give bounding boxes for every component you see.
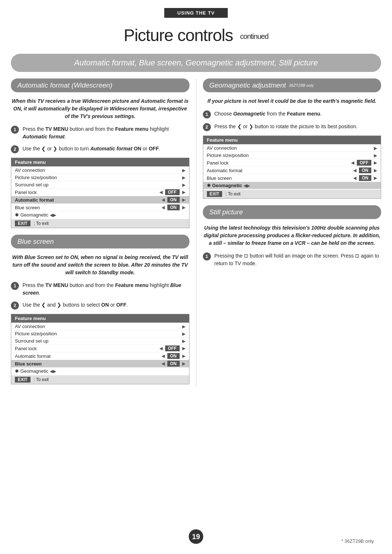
step-1-still-text: Pressing the ⊡ button will hold an image… <box>215 252 381 267</box>
section-header-blue-screen: Blue screen <box>11 235 189 248</box>
step-2-blue-text: Use the ❮ and ❯ buttons to select ON or … <box>23 301 128 309</box>
menu-row-surround-b: Surround set up ▶ <box>11 337 189 344</box>
section-header-geomagnetic: Geomagnetic adjustment 36ZT29B only <box>203 78 381 92</box>
step-2-auto: 2 Use the ❮ or ❯ button to turn Automati… <box>11 145 189 153</box>
menu-row-surround: Surround set up ▶ <box>11 181 189 188</box>
section-header-automatic-format: Automatic format (Widescreen) <box>11 78 189 92</box>
menu-row-geomagnetic: ✱ Geomagnetic ◀▶ <box>11 211 189 218</box>
feature-menu-auto-header: Feature menu <box>11 158 189 166</box>
menu-row-picture-b: Picture size/position ▶ <box>11 330 189 337</box>
step-num-1-blue: 1 <box>11 282 19 290</box>
feature-menu-geo: Feature menu AV connection ▶ Picture siz… <box>203 136 381 199</box>
step-num-2-geo: 2 <box>203 123 211 131</box>
menu-row-blue-screen-b: Blue screen ◀ ON ▶ <box>11 360 189 367</box>
step-num-2: 2 <box>11 145 19 153</box>
right-column: Geomagnetic adjustment 36ZT29B only If y… <box>196 78 381 387</box>
page-number: 19 <box>189 529 203 544</box>
menu-row-geomagnetic-b: ✱ Geomagnetic ◀▶ <box>11 367 189 375</box>
step-1-still: 1 Pressing the ⊡ button will hold an ima… <box>203 252 381 267</box>
section-blue-screen: Blue screen With Blue Screen set to ON, … <box>11 235 189 384</box>
main-banner: Automatic format, Blue screen, Geomagnet… <box>11 54 381 72</box>
section-still-picture: Still picture Using the latest technolog… <box>203 205 381 267</box>
step-num-1-geo: 1 <box>203 110 211 118</box>
menu-row-blue-screen-g: Blue screen ◀ ON ▶ <box>203 174 381 182</box>
menu-row-av: AV connection ▶ <box>11 166 189 174</box>
feature-menu-geo-header: Feature menu <box>203 136 381 144</box>
step-2-geo-text: Press the ❮ or ❯ button to rotate the pi… <box>215 123 358 130</box>
step-1-geo-text: Choose Geomagnetic from the Feature menu… <box>215 110 322 118</box>
step-2-auto-text: Use the ❮ or ❯ button to turn Automatic … <box>23 145 160 153</box>
step-1-auto: 1 Press the TV MENU button and from the … <box>11 125 189 141</box>
feature-menu-blue-header: Feature menu <box>11 314 189 323</box>
blue-screen-intro: With Blue Screen set to ON, when no sign… <box>11 254 189 276</box>
section-automatic-format: Automatic format (Widescreen) When this … <box>11 78 189 228</box>
automatic-format-intro: When this TV receives a true Widescreen … <box>11 97 189 120</box>
exit-bar-blue: EXIT : To exit <box>11 375 189 384</box>
menu-row-av-g: AV connection ▶ <box>203 144 381 151</box>
still-picture-intro: Using the latest technology this televis… <box>203 224 381 247</box>
step-1-auto-text: Press the TV MENU button and from the Fe… <box>23 125 189 141</box>
header-tab: USING THE TV <box>164 8 228 18</box>
exit-bar-geo: EXIT : To exit <box>203 190 381 198</box>
geomagnetic-intro: If your picture is not level it could be… <box>203 97 381 105</box>
step-1-geo: 1 Choose Geomagnetic from the Feature me… <box>203 110 381 118</box>
step-2-geo: 2 Press the ❮ or ❯ button to rotate the … <box>203 123 381 131</box>
step-num-1: 1 <box>11 126 19 134</box>
menu-row-panel-lock-g: Panel lock ◀ OFF ▶ <box>203 159 381 166</box>
step-1-blue-text: Press the TV MENU button and from the Fe… <box>23 282 189 297</box>
section-header-still-picture: Still picture <box>203 205 381 219</box>
exit-bar-auto: EXIT : To exit <box>11 219 189 228</box>
menu-row-auto-format-g: Automatic format ◀ ON ▶ <box>203 166 381 174</box>
page-title-continued: continued <box>240 32 269 40</box>
footnote: * 36ZT29B only <box>341 538 374 544</box>
step-1-blue: 1 Press the TV MENU button and from the … <box>11 282 189 297</box>
menu-row-picture: Picture size/position ▶ <box>11 174 189 181</box>
page-title-main: Picture controls <box>124 26 233 45</box>
menu-row-panel-lock-b: Panel lock ◀ OFF ▶ <box>11 344 189 352</box>
step-2-blue: 2 Use the ❮ and ❯ buttons to select ON o… <box>11 301 189 310</box>
menu-row-auto-format-b: Automatic format ◀ ON ▶ <box>11 352 189 360</box>
left-column: Automatic format (Widescreen) When this … <box>11 78 196 387</box>
menu-row-geomagnetic-g: ✱ Geomagnetic ◀▶ <box>203 182 381 189</box>
menu-row-panel-lock: Panel lock ◀ OFF ▶ <box>11 188 189 196</box>
menu-row-auto-format: Automatic format ◀ ON ▶ <box>11 196 189 203</box>
section-geomagnetic: Geomagnetic adjustment 36ZT29B only If y… <box>203 78 381 199</box>
feature-menu-auto: Feature menu AV connection ▶ Picture siz… <box>11 158 189 228</box>
feature-menu-blue: Feature menu AV connection ▶ Picture siz… <box>11 314 189 384</box>
header-tab-label: USING THE TV <box>177 10 215 16</box>
menu-row-blue-screen: Blue screen ◀ ON ▶ <box>11 203 189 211</box>
menu-row-picture-g: Picture size/position ▶ <box>203 151 381 159</box>
step-num-1-still: 1 <box>203 252 211 260</box>
page-title: Picture controls continued <box>0 22 392 45</box>
menu-row-av-b: AV connection ▶ <box>11 323 189 330</box>
step-num-2-blue: 2 <box>11 302 19 310</box>
